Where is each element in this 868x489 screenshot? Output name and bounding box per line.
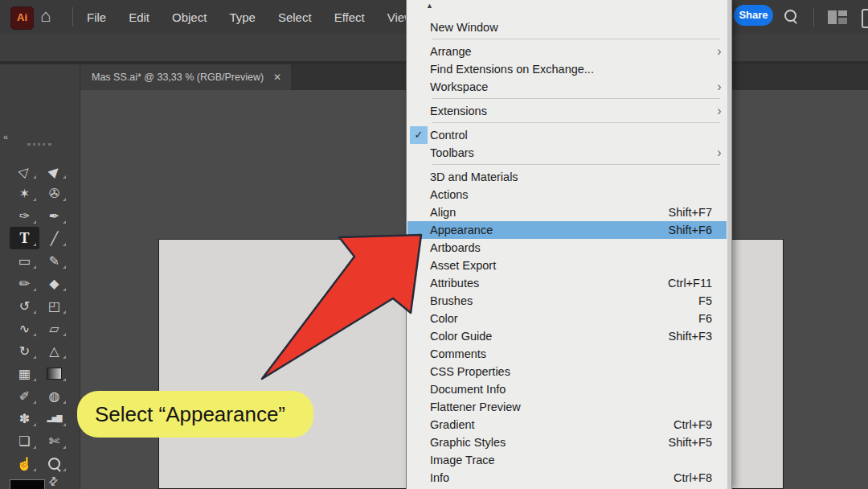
workspace-switcher-icon[interactable] xyxy=(828,10,847,24)
type-tool[interactable]: T xyxy=(10,227,39,249)
shape-builder-tool[interactable]: ◍ xyxy=(39,384,69,407)
menu-item-find-extensions-on-exchange[interactable]: Find Extensions on Exchange... xyxy=(407,60,727,78)
rectangle-tool[interactable]: ▭ xyxy=(10,249,39,272)
window-menu-dropdown: ▲ New WindowArrange›Find Extensions on E… xyxy=(406,0,732,489)
window-menu-list: New WindowArrange›Find Extensions on Exc… xyxy=(407,18,727,487)
check-space xyxy=(410,416,428,434)
artboard-tool-glyph: ❏ xyxy=(18,434,30,449)
check-space xyxy=(410,203,428,221)
direct-selection-tool[interactable]: ▶ xyxy=(39,159,69,182)
free-transform-tool[interactable]: ▱ xyxy=(39,317,69,339)
paintbrush-tool[interactable]: ✎ xyxy=(39,249,69,272)
menu-item-new-window[interactable]: New Window xyxy=(407,18,727,36)
menu-item-color-guide[interactable]: Color GuideShift+F3 xyxy=(407,327,727,345)
menu-object[interactable]: Object xyxy=(161,7,218,27)
menu-item-shortcut: Ctrl+F8 xyxy=(674,471,712,484)
menu-item-label: Comments xyxy=(430,347,486,360)
home-icon[interactable]: ⌂ xyxy=(40,6,51,27)
menu-item-3d-and-materials[interactable]: 3D and Materials xyxy=(407,168,727,186)
rotate-tool[interactable]: ↺ xyxy=(10,294,39,317)
check-space xyxy=(410,380,428,398)
document-title: Mas SS.ai* @ 33,33 % (RGB/Preview) xyxy=(92,64,264,90)
menu-type[interactable]: Type xyxy=(218,7,267,27)
lasso-tool[interactable]: ✇ xyxy=(39,182,69,204)
collapse-panel-icon[interactable]: « xyxy=(3,132,8,142)
zoom-tool[interactable] xyxy=(39,452,69,475)
selection-tool[interactable]: ▷ xyxy=(10,159,39,182)
panel-drag-handle[interactable] xyxy=(27,143,51,146)
menu-item-actions[interactable]: Actions xyxy=(407,186,727,203)
illustrator-window: Ai ⌂ FileEditObjectTypeSelectEffectViewW… xyxy=(0,0,868,489)
menu-item-asset-export[interactable]: Asset Export xyxy=(407,257,727,274)
document-tab[interactable]: Mas SS.ai* @ 33,33 % (RGB/Preview) ✕ xyxy=(80,64,291,90)
search-icon[interactable] xyxy=(784,10,796,25)
illustrator-logo-icon[interactable]: Ai xyxy=(10,6,34,30)
gradient-tool[interactable] xyxy=(39,362,69,384)
menu-file[interactable]: File xyxy=(76,7,117,27)
menu-separator xyxy=(432,98,720,99)
column-graph-tool[interactable]: ▂▅▇ xyxy=(39,407,69,429)
curvature-tool[interactable]: ✑ xyxy=(10,204,39,227)
magic-wand-tool[interactable]: ✶ xyxy=(10,182,39,204)
eraser-tool[interactable]: ◆ xyxy=(39,272,69,294)
mesh-tool[interactable]: ▦ xyxy=(10,362,39,384)
menu-scrollbar[interactable] xyxy=(727,0,731,489)
menu-separator xyxy=(432,164,720,165)
menu-item-info[interactable]: InfoCtrl+F8 xyxy=(407,469,727,487)
line-segment-tool[interactable]: ╱ xyxy=(39,227,69,249)
check-space xyxy=(410,469,428,487)
check-space xyxy=(410,102,428,120)
menu-item-appearance[interactable]: AppearanceShift+F6 xyxy=(407,221,727,239)
pen-tool[interactable]: ✒ xyxy=(39,204,69,227)
menu-item-label: Arrange xyxy=(430,45,472,58)
menu-item-brushes[interactable]: BrushesF5 xyxy=(407,292,727,310)
menu-item-comments[interactable]: Comments xyxy=(407,345,727,363)
menu-item-shortcut: Shift+F6 xyxy=(669,224,712,236)
menu-item-arrange[interactable]: Arrange› xyxy=(407,43,727,60)
shape-builder-tool-glyph: ◍ xyxy=(49,388,60,404)
menu-item-align[interactable]: AlignShift+F7 xyxy=(407,203,727,221)
menu-item-shortcut: F5 xyxy=(698,294,712,307)
share-button[interactable]: Share xyxy=(734,5,773,26)
menu-item-workspace[interactable]: Workspace› xyxy=(407,78,727,96)
scroll-up-icon[interactable]: ▲ xyxy=(426,2,433,10)
width-tool[interactable]: ∿ xyxy=(10,317,39,339)
close-icon[interactable]: ✕ xyxy=(273,64,281,90)
menu-item-attributes[interactable]: AttributesCtrl+F11 xyxy=(407,274,727,292)
eraser-tool-glyph: ◆ xyxy=(49,276,59,291)
eyedropper-tool[interactable]: ✐ xyxy=(10,384,39,407)
menu-effect[interactable]: Effect xyxy=(323,7,376,27)
menu-item-graphic-styles[interactable]: Graphic StylesShift+F5 xyxy=(407,434,727,451)
panel-icon-partial[interactable] xyxy=(862,9,868,28)
menu-item-gradient[interactable]: GradientCtrl+F9 xyxy=(407,416,727,434)
pen-tool-glyph: ✒ xyxy=(49,208,59,224)
menu-item-label: Asset Export xyxy=(430,259,496,272)
rotate-view-tool-glyph: ↻ xyxy=(19,343,30,359)
fill-color-indicator[interactable] xyxy=(10,479,45,489)
menu-item-label: Attributes xyxy=(430,277,479,290)
menu-item-flattener-preview[interactable]: Flattener Preview xyxy=(407,398,727,416)
menu-item-label: Document Info xyxy=(430,383,506,396)
check-space xyxy=(410,78,428,96)
menu-item-color[interactable]: ColorF6 xyxy=(407,310,727,327)
artboard-tool[interactable]: ❏ xyxy=(10,429,39,452)
rotate-view-tool[interactable]: ↻ xyxy=(10,339,39,362)
menu-item-css-properties[interactable]: CSS Properties xyxy=(407,363,727,380)
menu-select[interactable]: Select xyxy=(267,7,323,27)
hand-tool[interactable]: ☝ xyxy=(10,452,39,475)
menu-item-extensions[interactable]: Extensions› xyxy=(407,102,727,120)
menu-item-artboards[interactable]: Artboards xyxy=(407,239,727,257)
selection-tool-glyph: ▷ xyxy=(15,162,33,179)
perspective-grid-tool[interactable]: △ xyxy=(39,339,69,362)
symbol-sprayer-tool[interactable]: ✽ xyxy=(10,407,39,429)
shaper-tool[interactable]: ✏ xyxy=(10,272,39,294)
magic-wand-tool-glyph: ✶ xyxy=(19,186,30,201)
menu-item-image-trace[interactable]: Image Trace xyxy=(407,451,727,469)
menu-item-document-info[interactable]: Document Info xyxy=(407,380,727,398)
menu-edit[interactable]: Edit xyxy=(117,7,161,27)
slice-tool[interactable]: ✄ xyxy=(39,429,69,452)
menu-item-toolbars[interactable]: Toolbars› xyxy=(407,144,727,162)
scale-tool[interactable]: ◰ xyxy=(39,294,69,317)
menu-item-control[interactable]: ✓Control xyxy=(407,126,727,144)
swap-fill-stroke-icon[interactable]: ⇄ xyxy=(45,473,61,489)
